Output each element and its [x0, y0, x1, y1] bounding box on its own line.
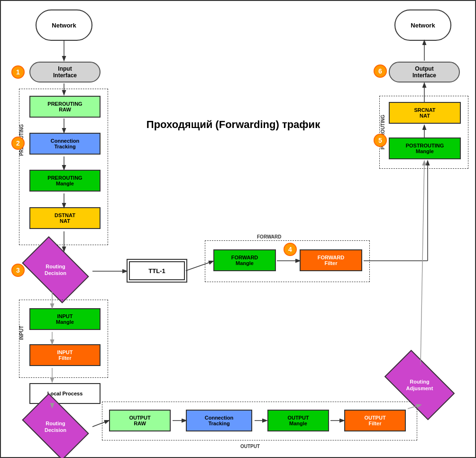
dstnat: DSTNAT NAT [29, 207, 101, 229]
svg-line-20 [421, 161, 424, 365]
network-right-cloud: Network [394, 9, 451, 41]
output-interface: Output Interface [389, 62, 460, 82]
badge-6: 6 [374, 64, 387, 78]
page-title: Проходящий (Forwarding) трафик [115, 119, 352, 131]
group-forward-label: FORWARD [257, 234, 281, 239]
badge-3: 3 [11, 264, 25, 277]
forward-filter: FORWARD Filter [300, 249, 362, 271]
routing-adjusment: Routing Adjusment [389, 366, 450, 404]
group-input-label: INPUT [19, 326, 24, 340]
routing-decision-top: Routing Decision [27, 251, 84, 289]
main-canvas: Проходящий (Forwarding) трафик Network N… [0, 0, 476, 458]
srcnat: SRCNAT NAT [389, 102, 461, 124]
connection-tracking-pre: Connection Tracking [29, 133, 101, 155]
output-filter: OUTPUT Filter [344, 410, 406, 431]
input-interface: Input Interface [29, 62, 101, 82]
output-mangle: OUTPUT Mangle [267, 410, 329, 431]
postrouting-mangle: POSTROUTING Mangle [389, 137, 461, 159]
group-output-label: OUTPUT [240, 444, 260, 449]
output-raw: OUTPUT RAW [109, 410, 171, 431]
input-mangle: INPUT Mangle [29, 308, 101, 330]
local-process: Local Process [29, 383, 101, 404]
input-filter: INPUT Filter [29, 344, 101, 366]
badge-4: 4 [284, 243, 297, 256]
badge-2: 2 [11, 137, 25, 150]
badge-1: 1 [11, 65, 25, 79]
forward-mangle: FORWARD Mangle [213, 249, 276, 271]
badge-5: 5 [374, 134, 387, 147]
network-left-cloud: Network [36, 9, 92, 41]
prerouting-raw: PREROUTING RAW [29, 96, 101, 118]
connection-tracking-out: Connection Tracking [186, 410, 252, 431]
prerouting-mangle: PREROUTING Mangle [29, 170, 101, 192]
routing-decision-bottom: Routing Decision [27, 408, 84, 446]
ttl-box: TTL-1 [127, 259, 187, 283]
